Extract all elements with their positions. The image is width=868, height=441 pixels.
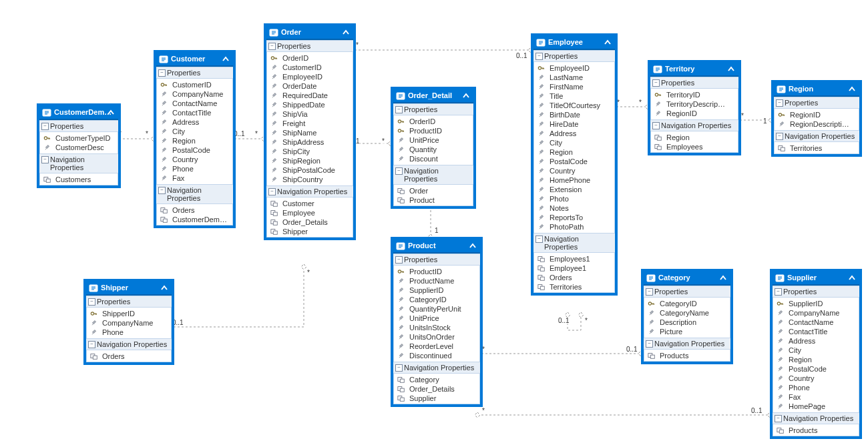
property-item[interactable]: RegionDescripti… <box>774 119 859 129</box>
collapse-icon[interactable]: − <box>395 256 403 264</box>
property-item[interactable]: ReorderLevel <box>393 342 480 351</box>
entity-title[interactable]: Region <box>774 83 859 97</box>
property-item[interactable]: TerritoryDescrip… <box>650 99 738 109</box>
property-item[interactable]: PhotoPath <box>533 222 615 232</box>
navprop-item[interactable]: Employee1 <box>533 264 615 273</box>
property-item[interactable]: HomePhone <box>533 175 615 185</box>
section-properties[interactable]: −Properties <box>86 296 172 308</box>
property-item[interactable]: Phone <box>773 383 859 392</box>
navprop-item[interactable]: Category <box>393 375 480 384</box>
navprop-item[interactable]: Customers <box>39 175 118 184</box>
property-item[interactable]: Fax <box>773 392 859 402</box>
property-item[interactable]: CompanyName <box>156 89 233 99</box>
section-properties[interactable]: −Properties <box>650 77 738 89</box>
property-item[interactable]: ShipperID <box>86 309 172 318</box>
property-item[interactable]: OrderID <box>393 117 473 126</box>
collapse-icon[interactable]: − <box>395 364 403 372</box>
section-properties[interactable]: −Properties <box>39 120 118 132</box>
collapse-icon[interactable]: − <box>535 236 543 243</box>
collapse-icon[interactable]: − <box>158 187 166 194</box>
entity-category[interactable]: Category−PropertiesCategoryIDCategoryNam… <box>641 269 733 364</box>
property-item[interactable]: ContactName <box>156 99 233 108</box>
property-item[interactable]: ShipRegion <box>266 156 353 165</box>
property-item[interactable]: City <box>156 127 233 136</box>
property-item[interactable]: Photo <box>533 194 615 203</box>
navprop-item[interactable]: Supplier <box>393 394 480 403</box>
section-navprops[interactable]: −Navigation Properties <box>39 153 118 173</box>
property-item[interactable]: LastName <box>533 73 615 82</box>
entity-title[interactable]: Supplier <box>773 272 859 286</box>
property-item[interactable]: CompanyName <box>773 308 859 318</box>
property-item[interactable]: ContactTitle <box>156 108 233 117</box>
section-navprops[interactable]: −Navigation Properties <box>533 233 615 253</box>
collapse-icon[interactable]: − <box>41 123 49 130</box>
navprop-item[interactable]: Employees <box>650 142 738 151</box>
property-item[interactable]: CategoryID <box>393 295 480 304</box>
navprop-item[interactable]: Order_Details <box>266 217 353 227</box>
section-properties[interactable]: −Properties <box>266 40 353 52</box>
property-item[interactable]: Address <box>533 129 615 138</box>
collapse-icon[interactable]: − <box>646 288 653 296</box>
property-item[interactable]: ContactName <box>773 318 859 327</box>
property-item[interactable]: Extension <box>533 185 615 194</box>
navprop-item[interactable]: Employees1 <box>533 254 615 264</box>
property-item[interactable]: OrderDate <box>266 81 353 91</box>
entity-order[interactable]: Order−PropertiesOrderIDCustomerIDEmploye… <box>264 23 356 240</box>
property-item[interactable]: Notes <box>533 203 615 213</box>
property-item[interactable]: ContactTitle <box>773 327 859 336</box>
property-item[interactable]: Discontinued <box>393 351 480 360</box>
property-item[interactable]: Region <box>156 136 233 145</box>
property-item[interactable]: CustomerDesc <box>39 143 118 152</box>
property-item[interactable]: TerritoryID <box>650 90 738 99</box>
property-item[interactable]: PostalCode <box>156 145 233 155</box>
navprop-item[interactable]: Shipper <box>266 227 353 236</box>
property-item[interactable]: CategoryID <box>644 299 730 308</box>
section-properties[interactable]: −Properties <box>774 97 859 109</box>
property-item[interactable]: ReportsTo <box>533 213 615 222</box>
property-item[interactable]: UnitPrice <box>393 135 473 145</box>
navprop-item[interactable]: Products <box>773 426 859 435</box>
section-properties[interactable]: −Properties <box>644 286 730 298</box>
property-item[interactable]: ProductID <box>393 267 480 276</box>
property-item[interactable]: TitleOfCourtesy <box>533 101 615 110</box>
collapse-icon[interactable]: − <box>776 133 783 140</box>
navprop-item[interactable]: Orders <box>86 352 172 361</box>
section-navprops[interactable]: −Navigation Properties <box>773 412 859 424</box>
entity-shipper[interactable]: Shipper−PropertiesShipperIDCompanyNamePh… <box>83 279 174 365</box>
entity-title[interactable]: Shipper <box>86 282 172 296</box>
navprop-item[interactable]: Territories <box>774 143 859 153</box>
property-item[interactable]: SupplierID <box>773 299 859 308</box>
property-item[interactable]: RegionID <box>650 109 738 118</box>
entity-title[interactable]: Territory <box>650 63 738 77</box>
navprop-item[interactable]: Products <box>644 351 730 360</box>
entity-product[interactable]: Product−PropertiesProductIDProductNameSu… <box>391 237 483 407</box>
section-properties[interactable]: −Properties <box>773 286 859 298</box>
property-item[interactable]: Country <box>773 374 859 383</box>
section-properties[interactable]: −Properties <box>393 103 473 115</box>
property-item[interactable]: Address <box>156 117 233 127</box>
collapse-icon[interactable]: − <box>88 341 95 348</box>
section-navprops[interactable]: −Navigation Properties <box>266 185 353 197</box>
property-item[interactable]: RequiredDate <box>266 91 353 100</box>
entity-custdemo[interactable]: CustomerDem…−PropertiesCustomerTypeIDCus… <box>37 103 121 188</box>
property-item[interactable]: PostalCode <box>773 364 859 374</box>
section-navprops[interactable]: −Navigation Properties <box>774 130 859 142</box>
property-item[interactable]: Fax <box>156 173 233 183</box>
entity-title[interactable]: Order_Detail <box>393 89 473 103</box>
property-item[interactable]: City <box>773 346 859 355</box>
property-item[interactable]: Country <box>533 166 615 175</box>
section-navprops[interactable]: −Navigation Properties <box>86 338 172 350</box>
property-item[interactable]: Description <box>644 318 730 327</box>
entity-title[interactable]: Customer <box>156 53 233 67</box>
property-item[interactable]: BirthDate <box>533 110 615 119</box>
collapse-icon[interactable]: − <box>652 122 660 129</box>
property-item[interactable]: FirstName <box>533 82 615 91</box>
property-item[interactable]: OrderID <box>266 53 353 63</box>
navprop-item[interactable]: CustomerDemo… <box>156 215 233 224</box>
collapse-icon[interactable]: − <box>646 340 653 348</box>
navprop-item[interactable]: Territories <box>533 282 615 292</box>
property-item[interactable]: Address <box>773 336 859 346</box>
property-item[interactable]: ProductID <box>393 126 473 135</box>
property-item[interactable]: CustomerTypeID <box>39 133 118 143</box>
navprop-item[interactable]: Employee <box>266 208 353 217</box>
